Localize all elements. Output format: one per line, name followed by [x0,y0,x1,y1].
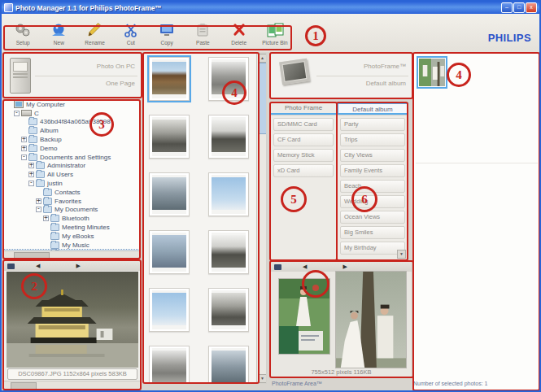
album-item-family-events[interactable]: Family Events [340,164,405,177]
tree-item-436bd4f84a065a938598[interactable]: 436bd4f84a065a938598 [4,118,139,127]
folder-icon [36,162,45,169]
photoframe-area-label: PhotoFrame Area™ [272,381,322,386]
album-item-party[interactable]: Party [340,118,405,131]
tree-item-bluetooth[interactable]: +Bluetooth [4,214,139,223]
toolbar-button-label: Setup [16,40,30,46]
photo-thumbnail-10[interactable] [208,288,249,332]
tab-photo-frame[interactable]: Photo Frame [270,102,337,115]
photoframe-panel: PhotoFrame™ Default album [270,53,412,98]
photo-thumbnail-11[interactable] [149,346,190,384]
photo-thumbnail-1[interactable] [149,57,190,101]
close-button[interactable]: x [526,2,537,13]
tree-item-documents-and-settings[interactable]: -Documents and Settings [4,153,139,162]
expander-icon[interactable]: - [36,207,41,212]
expander-icon[interactable]: + [21,137,27,142]
window-title: Photo Manager 1.1 for Philips PhotoFrame… [15,4,162,12]
tree-horizontal-scrollbar[interactable] [4,250,139,259]
folder-icon [50,224,59,231]
tab-default-album[interactable]: Default album [337,102,408,115]
photo-thumbnail-3[interactable] [149,115,190,159]
photo-thumbnail-8[interactable] [208,230,249,274]
photo-thumbnail-4[interactable] [208,115,249,159]
tree-item-administrator[interactable]: +Administrator [4,162,139,171]
scroll-down-icon[interactable]: ▼ [258,374,267,383]
album-item-big-smiles[interactable]: Big Smiles [340,226,405,239]
card-item-sd-mmc-card[interactable]: SD/MMC Card [273,118,334,131]
expander-icon[interactable]: - [21,155,27,160]
tree-item-backup[interactable]: +Backup [4,135,139,144]
photo-thumbnail-6[interactable] [208,172,249,216]
card-item-xd-card[interactable]: xD Card [273,164,334,177]
tree-item-demo[interactable]: +Demo [4,144,139,153]
selected-photo-thumbnail[interactable] [417,56,447,89]
tree-item-my-documents[interactable]: -My Documents [4,206,139,215]
toolbar-button-delete[interactable]: Delete [221,16,257,50]
tree-item-justin[interactable]: -justin [4,179,139,188]
tree-item-my-music[interactable]: My Music [4,241,139,250]
next-photo-icon[interactable]: ▶ [76,263,80,269]
minimize-button[interactable]: – [501,2,513,13]
photo-thumbnail-7[interactable] [149,230,190,274]
photo-thumbnail-2[interactable] [208,57,249,101]
toolbar-button-rename[interactable]: Rename [77,16,113,50]
tree-item-contacts[interactable]: Contacts [4,188,139,197]
album-item-beach[interactable]: Beach [340,180,405,193]
tree-item-label: My Documents [55,206,98,213]
toolbar-button-setup[interactable]: Setup [5,16,41,50]
tree-item-favorites[interactable]: +Favorites [4,197,139,206]
photo-thumbnail-9[interactable] [149,288,190,332]
pencil-icon [85,21,106,39]
album-item-my-birthday[interactable]: My Birthday [340,242,405,255]
pc-thumbnail-list: ▲ ▼ [143,53,267,384]
preview-toolbar: ◀ ▶ [4,261,141,271]
toolbar-button-cut[interactable]: Cut [113,16,149,50]
toolbar-button-new[interactable]: New [41,16,76,50]
album-item-ocean-views[interactable]: Ocean Views [340,211,405,224]
expander-icon[interactable]: - [14,111,20,116]
card-item-cf-card[interactable]: CF Card [273,133,334,146]
previous-photo-icon[interactable]: ◀ [303,264,307,270]
scroll-down-icon[interactable]: ▼ [397,250,406,259]
toolbar-button-picturebin[interactable]: Picture Bin [257,16,293,50]
maximize-button[interactable]: □ [513,2,525,13]
tree-item-label: My Music [62,242,89,249]
photo-thumbnail-12[interactable] [208,346,249,384]
tree-item-c[interactable]: -C [4,109,139,118]
expander-icon[interactable]: + [28,163,34,168]
thumbnail-vertical-scrollbar[interactable]: ▲ ▼ [256,54,266,383]
computer-icon [14,100,24,108]
expander-icon[interactable]: + [28,172,34,177]
toolbar-button-paste[interactable]: Paste [185,16,220,50]
next-photo-icon[interactable]: ▶ [342,264,347,270]
scrollbar-thumb[interactable] [258,63,267,134]
photo-icon [7,264,15,269]
app-icon [4,3,13,12]
expander-icon[interactable]: + [36,198,41,204]
toolbar-button-label: Rename [85,40,105,46]
album-item-city-views[interactable]: City Views [340,149,405,162]
expander-icon[interactable]: + [43,216,49,221]
scroll-up-icon[interactable]: ▲ [258,54,267,63]
tree-item-album[interactable]: Album [4,126,139,135]
folder-icon [43,189,52,196]
photo-thumbnail-5[interactable] [149,172,190,216]
tree-item-meeting-minutes[interactable]: Meeting Minutes [4,223,139,232]
tree-item-all-users[interactable]: +All Users [4,170,139,179]
tree-item-label: My Computer [26,101,65,108]
tree-item-my-computer[interactable]: My Computer [4,100,139,109]
expander-icon[interactable]: + [21,146,27,151]
toolbar-button-copy[interactable]: Copy [149,16,185,50]
photoframe-preview-panel: ◀ ▶ [270,261,412,377]
scrollbar-thumb[interactable] [14,252,50,259]
previous-photo-icon[interactable]: ◀ [36,263,40,269]
thumbnail-image [152,59,186,98]
album-item-trips[interactable]: Trips [340,133,405,146]
card-item-memory-stick[interactable]: Memory Stick [273,149,334,162]
tree-item-my-ebooks[interactable]: My eBooks [4,232,139,241]
folder-icon [28,118,37,125]
preview-horizontal-scrollbar[interactable] [4,381,141,390]
expander-icon [43,224,49,230]
album-item-wedding[interactable]: Wedding [340,195,405,208]
thumbnail-image [212,233,246,272]
expander-icon[interactable]: - [28,181,34,186]
